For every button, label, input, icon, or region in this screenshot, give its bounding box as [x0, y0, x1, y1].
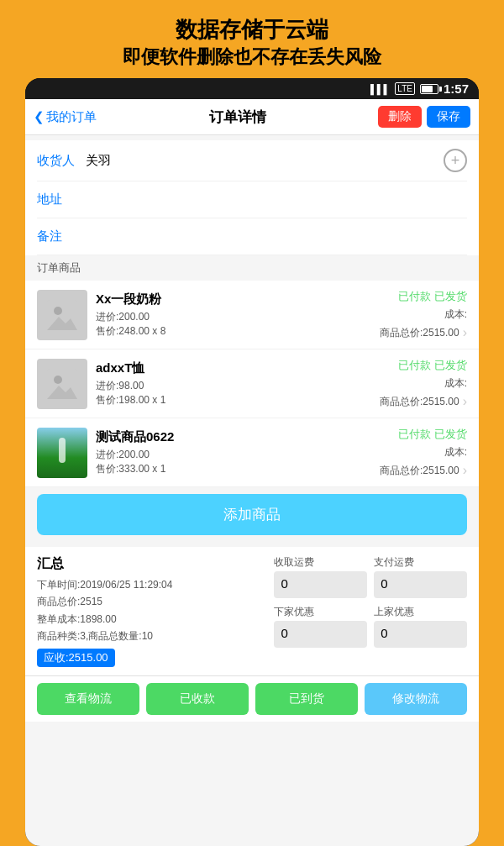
product-right-1: 已付款 已发货 成本: 商品总价:2515.00 ›: [380, 289, 467, 340]
signal-icon: ▌▌▌: [370, 84, 390, 94]
nav-title: 订单详情: [103, 108, 371, 127]
summary-grid: 收取运费 0 支付运费 0 下家优惠 0 上家优惠: [274, 555, 467, 648]
summary-title: 汇总: [37, 555, 249, 573]
product-name-2: adxxT恤: [96, 360, 371, 376]
product-image-2: [37, 359, 87, 409]
back-label: 我的订单: [46, 109, 97, 125]
summary-order-time: 下单时间:2019/06/25 11:29:04: [37, 576, 249, 593]
back-chevron-icon: ❮: [34, 109, 45, 124]
product-status-1: 已付款 已发货: [398, 289, 467, 304]
address-label: 地址: [37, 192, 79, 208]
edit-logistics-button[interactable]: 修改物流: [365, 683, 467, 715]
product-name-1: Xx一段奶粉: [96, 292, 371, 307]
product-right-2: 已付款 已发货 成本: 商品总价:2515.00 ›: [380, 358, 467, 409]
nav-actions: 删除 保存: [378, 106, 470, 128]
recipient-label: 收货人: [37, 153, 79, 169]
received-button[interactable]: 已到货: [255, 683, 358, 715]
product-total-1: 商品总价:2515.00: [380, 326, 459, 340]
product-cost-2: 成本:: [444, 376, 467, 391]
product-price-1: 售价:248.00 x 8: [96, 324, 371, 339]
product-price-2: 售价:198.00 x 1: [96, 393, 371, 407]
lte-icon: LTE: [395, 82, 415, 95]
product-info-2: adxxT恤 进价:98.00 售价:198.00 x 1: [96, 360, 371, 407]
product-info-3: 测试商品0622 进价:200.00 售价:333.00 x 1: [96, 429, 371, 476]
battery-icon: [420, 82, 438, 95]
product-cost-3: 成本:: [444, 445, 467, 460]
note-row[interactable]: 备注: [37, 218, 467, 255]
add-product-button[interactable]: 添加商品: [37, 494, 467, 535]
products-section-title: 订单商品: [25, 255, 479, 281]
app-screen: ❮ 我的订单 订单详情 删除 保存 收货人 关羽 + 地址 备注: [25, 99, 479, 846]
save-button[interactable]: 保存: [427, 106, 470, 128]
product-cost-in-3: 进价:200.00: [96, 448, 371, 462]
freight-pay-field: 支付运费 0: [374, 555, 467, 598]
summary-right: 收取运费 0 支付运费 0 下家优惠 0 上家优惠: [257, 555, 467, 667]
status-bar: ▌▌▌ LTE 1:57: [25, 78, 479, 99]
discount-up-label: 上家优惠: [374, 605, 467, 619]
product-total-2: 商品总价:2515.00: [380, 395, 459, 409]
top-banner: 数据存储于云端 即便软件删除也不存在丢失风险: [0, 0, 504, 78]
summary-receivable-tag: 应收:2515.00: [37, 649, 115, 667]
summary-overall-cost: 整单成本:1898.00: [37, 611, 249, 628]
bottom-actions: 查看物流 已收款 已到货 修改物流: [25, 675, 479, 722]
freight-collect-field: 收取运费 0: [274, 555, 367, 598]
product-image-3: [37, 428, 87, 478]
svg-point-4: [54, 376, 62, 384]
summary-goods-total: 商品总价:2515: [37, 593, 249, 610]
freight-collect-label: 收取运费: [274, 555, 367, 570]
freight-pay-value[interactable]: 0: [374, 571, 467, 598]
product-total-3: 商品总价:2515.00: [380, 464, 459, 478]
summary-left: 汇总 下单时间:2019/06/25 11:29:04 商品总价:2515 整单…: [37, 555, 249, 667]
banner-line2: 即便软件删除也不存在丢失风险: [8, 45, 496, 70]
recipient-section: 收货人 关羽 + 地址 备注: [25, 140, 479, 255]
phone-frame: ▌▌▌ LTE 1:57 ❮ 我的订单 订单详情 删除 保存 收货人 关羽 +: [25, 78, 479, 846]
summary-section: 汇总 下单时间:2019/06/25 11:29:04 商品总价:2515 整单…: [25, 547, 479, 675]
product-item[interactable]: 测试商品0622 进价:200.00 售价:333.00 x 1 已付款 已发货…: [25, 418, 479, 487]
product-cost-in-2: 进价:98.00: [96, 379, 371, 393]
discount-up-value[interactable]: 0: [374, 621, 467, 648]
banner-line1: 数据存储于云端: [8, 15, 496, 45]
product-status-3: 已付款 已发货: [398, 427, 467, 442]
product-right-3: 已付款 已发货 成本: 商品总价:2515.00 ›: [380, 427, 467, 478]
discount-up-field: 上家优惠 0: [374, 605, 467, 648]
paid-button[interactable]: 已收款: [146, 683, 249, 715]
summary-layout: 汇总 下单时间:2019/06/25 11:29:04 商品总价:2515 整单…: [37, 555, 467, 667]
product-name-3: 测试商品0622: [96, 429, 371, 445]
product-chevron-icon-1: ›: [463, 325, 467, 340]
product-status-2: 已付款 已发货: [398, 358, 467, 373]
product-info-1: Xx一段奶粉 进价:200.00 售价:248.00 x 8: [96, 292, 371, 339]
product-cost-in-1: 进价:200.00: [96, 310, 371, 324]
nav-bar: ❮ 我的订单 订单详情 删除 保存: [25, 99, 479, 135]
products-section: Xx一段奶粉 进价:200.00 售价:248.00 x 8 已付款 已发货 成…: [25, 281, 479, 487]
product-item[interactable]: adxxT恤 进价:98.00 售价:198.00 x 1 已付款 已发货 成本…: [25, 349, 479, 418]
recipient-value[interactable]: 关羽: [86, 153, 444, 169]
recipient-row: 收货人 关羽 +: [37, 140, 467, 181]
summary-goods-types: 商品种类:3,商品总数量:10: [37, 628, 249, 644]
product-cost-1: 成本:: [444, 307, 467, 322]
status-time: 1:57: [444, 81, 469, 96]
logistics-button[interactable]: 查看物流: [37, 683, 139, 715]
product-image-1: [37, 290, 87, 340]
product-chevron-icon-2: ›: [463, 394, 467, 409]
freight-collect-value[interactable]: 0: [274, 571, 367, 598]
back-button[interactable]: ❮ 我的订单: [34, 109, 97, 125]
note-label: 备注: [37, 229, 79, 244]
product-chevron-icon-3: ›: [463, 463, 467, 478]
svg-point-1: [54, 307, 62, 315]
freight-pay-label: 支付运费: [374, 555, 467, 570]
product-item[interactable]: Xx一段奶粉 进价:200.00 售价:248.00 x 8 已付款 已发货 成…: [25, 281, 479, 349]
address-row[interactable]: 地址: [37, 181, 467, 218]
discount-down-value[interactable]: 0: [274, 621, 367, 648]
add-recipient-button[interactable]: +: [444, 149, 467, 172]
delete-button[interactable]: 删除: [378, 106, 422, 128]
product-price-3: 售价:333.00 x 1: [96, 462, 371, 476]
summary-meta: 下单时间:2019/06/25 11:29:04 商品总价:2515 整单成本:…: [37, 576, 249, 645]
discount-down-field: 下家优惠 0: [274, 605, 367, 648]
discount-down-label: 下家优惠: [274, 605, 367, 619]
